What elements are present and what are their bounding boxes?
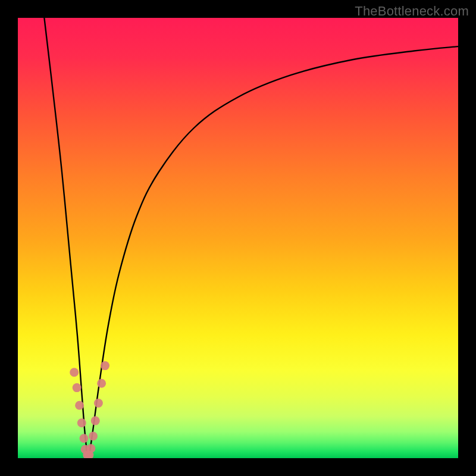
highlight-scatter [70, 361, 109, 458]
chart-frame: TheBottleneck.com [0, 0, 476, 476]
curves-layer [18, 18, 458, 458]
highlight-point [75, 401, 84, 410]
highlight-point [73, 383, 82, 392]
highlight-point [70, 368, 79, 377]
highlight-point [91, 416, 100, 425]
highlight-point [86, 444, 95, 453]
curve-right [89, 46, 458, 456]
curve-left [44, 18, 87, 456]
watermark-text: TheBottleneck.com [355, 4, 469, 19]
highlight-point [97, 379, 106, 388]
highlight-point [94, 399, 103, 408]
plot-area [18, 18, 458, 458]
highlight-point [77, 418, 86, 427]
highlight-point [80, 434, 89, 443]
highlight-point [101, 361, 109, 370]
highlight-point [89, 432, 98, 441]
